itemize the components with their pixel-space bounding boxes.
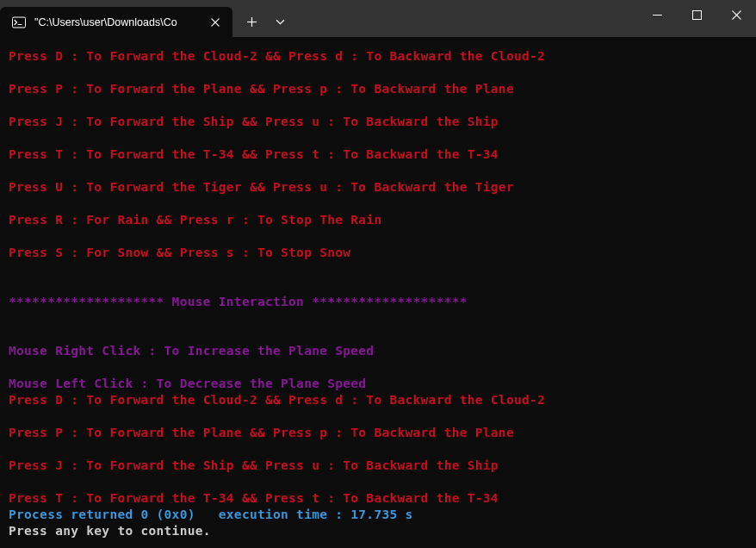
terminal-line	[9, 228, 747, 245]
active-tab[interactable]: "C:\Users\user\Downloads\Co	[0, 7, 232, 37]
minimize-button[interactable]	[637, 0, 677, 30]
terminal-line	[9, 97, 747, 114]
terminal-line	[9, 408, 747, 425]
svg-rect-7	[692, 11, 701, 20]
terminal-line	[9, 261, 747, 277]
window-controls	[637, 0, 756, 30]
terminal-line: Press any key to continue.	[9, 523, 747, 539]
tab-dropdown-button[interactable]	[267, 7, 293, 37]
new-tab-button[interactable]	[236, 7, 267, 37]
terminal-line: Press D : To Forward the Cloud-2 && Pres…	[9, 392, 747, 408]
terminal-line	[9, 474, 747, 490]
svg-rect-0	[13, 17, 26, 28]
terminal-line: Press T : To Forward the T-34 && Press t…	[9, 490, 747, 507]
terminal-line: Press J : To Forward the Ship && Press u…	[9, 114, 747, 130]
terminal-line: Press J : To Forward the Ship && Press u…	[9, 458, 747, 474]
tab-close-button[interactable]	[208, 16, 222, 29]
terminal-line: Mouse Right Click : To Increase the Plan…	[9, 343, 747, 359]
terminal-line: Press R : For Rain && Press r : To Stop …	[9, 212, 747, 228]
terminal-line: Press P : To Forward the Plane && Press …	[9, 425, 747, 441]
terminal-line	[9, 441, 747, 458]
close-button[interactable]	[716, 0, 756, 30]
terminal-line: Press U : To Forward the Tiger && Press …	[9, 179, 747, 196]
terminal-line: Press P : To Forward the Plane && Press …	[9, 81, 747, 97]
terminal-line	[9, 130, 747, 146]
terminal-line: Process returned 0 (0x0) execution time …	[9, 507, 747, 523]
terminal-icon	[12, 16, 26, 29]
terminal-line: Press S : For Snow && Press s : To Stop …	[9, 245, 747, 261]
terminal-line	[9, 196, 747, 212]
terminal-line	[9, 327, 747, 343]
terminal-line: ******************** Mouse Interaction *…	[9, 294, 747, 310]
terminal-line: Press D : To Forward the Cloud-2 && Pres…	[9, 48, 747, 65]
terminal-line	[9, 310, 747, 327]
terminal-line	[9, 65, 747, 81]
terminal-line	[9, 163, 747, 179]
maximize-button[interactable]	[677, 0, 716, 30]
terminal-line: Mouse Left Click : To Decrease the Plane…	[9, 376, 747, 392]
tab-title: "C:\Users\user\Downloads\Co	[34, 16, 201, 28]
terminal-output[interactable]: Press D : To Forward the Cloud-2 && Pres…	[0, 37, 756, 539]
terminal-line	[9, 359, 747, 376]
titlebar: "C:\Users\user\Downloads\Co	[0, 0, 756, 37]
terminal-line	[9, 277, 747, 294]
terminal-line: Press T : To Forward the T-34 && Press t…	[9, 146, 747, 163]
